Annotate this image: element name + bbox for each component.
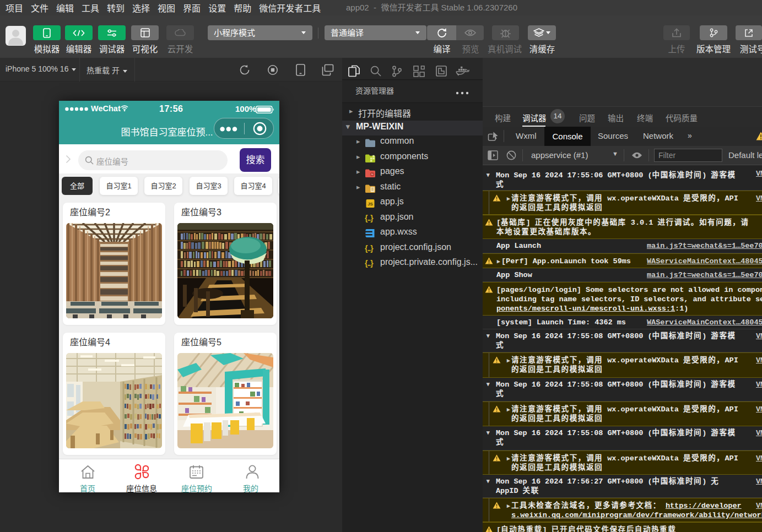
svg-text:JS: JS: [368, 202, 373, 207]
